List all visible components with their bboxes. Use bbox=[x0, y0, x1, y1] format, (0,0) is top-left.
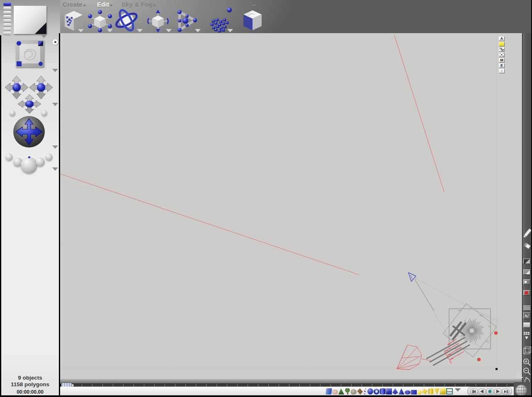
family-color-button[interactable] bbox=[499, 42, 505, 46]
material-button[interactable]: M bbox=[499, 58, 505, 63]
pencil-icon[interactable] bbox=[522, 227, 531, 240]
terrain-icon[interactable] bbox=[338, 388, 344, 395]
menu-edit[interactable]: Edit▸ bbox=[97, 1, 113, 8]
scene-viewport[interactable]: A M E ↑ bbox=[60, 33, 522, 382]
trackball-flyout-chevron[interactable] bbox=[52, 145, 58, 149]
view-sphere-3[interactable] bbox=[36, 157, 45, 167]
view-control-strip: A bbox=[522, 33, 531, 397]
origin-handle-1 bbox=[494, 331, 498, 335]
eraser-icon[interactable] bbox=[522, 241, 531, 252]
picture-object-icon[interactable] bbox=[446, 388, 453, 395]
camera-view-control[interactable] bbox=[16, 40, 44, 67]
cone-icon[interactable] bbox=[398, 388, 404, 395]
view-pill-7[interactable] bbox=[3, 27, 11, 31]
view-sphere-1[interactable] bbox=[5, 153, 13, 161]
zoom-in-icon[interactable] bbox=[523, 358, 531, 366]
frame-left bbox=[0, 35, 1, 397]
torus-icon[interactable] bbox=[374, 389, 379, 395]
pyramid-icon[interactable] bbox=[392, 388, 398, 395]
tree-icon[interactable] bbox=[345, 388, 350, 395]
parallel-light-icon[interactable] bbox=[440, 388, 446, 395]
edit-toolbar: Create▸ Edit▸ Sky & Fog▸ ↔ bbox=[60, 0, 532, 34]
create-bar-flyout-chevron[interactable] bbox=[455, 388, 461, 392]
wireframe-lines-icon[interactable] bbox=[523, 305, 530, 310]
square-icon[interactable] bbox=[411, 390, 417, 395]
camera-corner-bl[interactable] bbox=[17, 61, 22, 66]
stop-button[interactable] bbox=[486, 389, 493, 395]
zoom-out-icon[interactable] bbox=[523, 367, 531, 375]
link-button[interactable] bbox=[499, 47, 505, 52]
cylinder-icon[interactable] bbox=[380, 388, 386, 395]
terrain-clip-button[interactable]: A bbox=[523, 312, 530, 319]
views-flyout-chevron[interactable] bbox=[52, 167, 58, 171]
resize-flyout-chevron[interactable] bbox=[107, 29, 113, 32]
randomize-flyout-chevron[interactable] bbox=[227, 29, 233, 32]
display-mode-render-button[interactable] bbox=[523, 290, 530, 295]
bryce-window: 9 objects 1158 polygons 00:00:00.00 Crea… bbox=[0, 0, 532, 397]
ground-plane-icon[interactable] bbox=[332, 390, 338, 395]
attributes-button[interactable]: A bbox=[499, 36, 505, 41]
sphere-icon[interactable] bbox=[367, 388, 373, 395]
view-pill-1[interactable] bbox=[3, 2, 11, 6]
render-time: 00:00:00.00 bbox=[0, 389, 60, 395]
alignment-flyout-chevron[interactable] bbox=[195, 29, 201, 32]
display-mode-mixed-button[interactable] bbox=[523, 269, 530, 275]
reposition-flyout-chevron[interactable] bbox=[166, 29, 172, 32]
grid-drop-icon[interactable] bbox=[523, 332, 530, 340]
play-forward-button[interactable] bbox=[494, 389, 501, 395]
materials-flyout-chevron[interactable] bbox=[78, 29, 84, 32]
red-wire-1 bbox=[61, 174, 359, 275]
water-plane-icon[interactable] bbox=[326, 388, 332, 395]
cube-icon[interactable] bbox=[386, 388, 392, 395]
step-forward-button[interactable] bbox=[502, 389, 509, 395]
up-hierarchy-button[interactable]: ↑ bbox=[499, 69, 505, 73]
camera-corner-br[interactable] bbox=[39, 62, 43, 66]
view-pill-4[interactable] bbox=[3, 15, 11, 18]
square-spotlight-icon[interactable] bbox=[434, 388, 440, 395]
play-reverse-button[interactable] bbox=[479, 389, 486, 395]
display-mode-shaded-button[interactable] bbox=[523, 259, 530, 264]
camera-corner-tl[interactable] bbox=[17, 41, 21, 46]
red-arrows bbox=[445, 339, 464, 363]
pan-control-center[interactable] bbox=[16, 94, 43, 114]
polygon-count: 1158 polygons bbox=[0, 381, 60, 387]
edit-terrain-tool[interactable] bbox=[241, 9, 264, 32]
view-pill-2[interactable] bbox=[3, 7, 11, 10]
toolbar-resize-icon[interactable]: ↔ bbox=[251, 1, 256, 7]
randomize-tool[interactable] bbox=[209, 7, 233, 32]
camera-corner-tr[interactable] bbox=[38, 41, 43, 46]
disk-icon[interactable] bbox=[405, 390, 411, 395]
origin-dot-button[interactable] bbox=[53, 39, 58, 45]
trackball-control[interactable] bbox=[12, 115, 46, 148]
radial-light-icon[interactable] bbox=[417, 390, 422, 395]
view-sphere-4[interactable] bbox=[45, 153, 53, 161]
pan-flyout-chevron[interactable] bbox=[52, 103, 58, 106]
left-palette: 9 objects 1158 polygons 00:00:00.00 bbox=[0, 0, 60, 397]
preview-flyout-chevron[interactable] bbox=[41, 35, 47, 38]
menu-create[interactable]: Create▸ bbox=[63, 1, 86, 8]
rewind-button[interactable] bbox=[471, 389, 478, 395]
underground-button[interactable] bbox=[523, 322, 530, 328]
nano-preview[interactable] bbox=[14, 6, 46, 34]
edit-button[interactable]: E bbox=[499, 63, 505, 68]
view-pill-8[interactable] bbox=[3, 31, 11, 35]
canvas-resize-corner[interactable] bbox=[517, 371, 523, 378]
rotate-flyout-chevron[interactable] bbox=[137, 29, 143, 32]
spotlight-icon[interactable] bbox=[422, 388, 428, 395]
round-parallel-light-icon[interactable] bbox=[428, 388, 433, 395]
camera-flyout-chevron[interactable] bbox=[52, 69, 58, 72]
object-count: 9 objects bbox=[0, 375, 60, 381]
menu-sky-fog[interactable]: Sky & Fog▸ bbox=[121, 1, 156, 8]
stone-icon[interactable] bbox=[357, 388, 363, 395]
wireframe-cube-icon[interactable] bbox=[522, 346, 532, 356]
view-pill-6[interactable] bbox=[3, 23, 11, 27]
view-sphere-main[interactable] bbox=[21, 157, 37, 174]
rotate-tool[interactable] bbox=[113, 7, 140, 33]
display-mode-box-button[interactable] bbox=[523, 279, 530, 285]
rock-icon[interactable] bbox=[351, 389, 357, 395]
metaball-icon[interactable] bbox=[363, 388, 367, 395]
view-pill-3[interactable] bbox=[3, 11, 11, 14]
view-pill-5[interactable] bbox=[3, 19, 11, 22]
scribble-icon bbox=[19, 44, 40, 63]
track-button[interactable] bbox=[499, 53, 505, 57]
